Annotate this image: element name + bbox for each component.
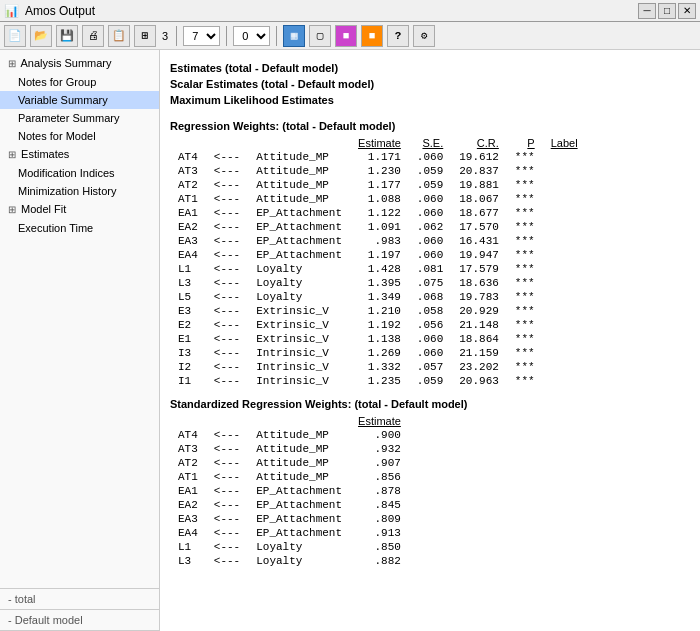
cell-var: AT2 — [170, 456, 206, 470]
cell-factor: Loyalty — [248, 262, 350, 276]
cell-factor: EP_Attachment — [248, 498, 350, 512]
table-row: AT1 <--- Attitude_MP .856 — [170, 470, 409, 484]
cell-var: E1 — [170, 332, 206, 346]
col-cr: C.R. — [451, 136, 507, 150]
maximize-button[interactable]: □ — [658, 3, 676, 19]
separator3 — [276, 26, 277, 46]
close-button[interactable]: ✕ — [678, 3, 696, 19]
cell-dir: <--- — [206, 346, 248, 360]
box-icon-button[interactable]: ▢ — [309, 25, 331, 47]
sidebar-item-model-fit[interactable]: ⊞ Model Fit — [0, 200, 159, 219]
cell-se: .062 — [409, 220, 451, 234]
print-button[interactable]: 🖨 — [82, 25, 104, 47]
cell-estimate: 1.192 — [350, 318, 409, 332]
settings-icon-button[interactable]: ⚙ — [413, 25, 435, 47]
main-header: Estimates (total - Default model) — [170, 62, 690, 74]
cell-var: I2 — [170, 360, 206, 374]
cell-p: *** — [507, 346, 543, 360]
sidebar-item-minimization-history[interactable]: Minimization History — [0, 182, 159, 200]
cell-label — [543, 220, 586, 234]
cell-se: .068 — [409, 290, 451, 304]
cell-label — [543, 248, 586, 262]
cell-label — [543, 262, 586, 276]
cell-factor: Attitude_MP — [248, 192, 350, 206]
scalar-header: Scalar Estimates (total - Default model) — [170, 78, 690, 90]
cell-var: E2 — [170, 318, 206, 332]
cell-estimate: .907 — [350, 456, 409, 470]
cell-factor: Intrinsic_V — [248, 360, 350, 374]
orange-box-button[interactable]: ■ — [361, 25, 383, 47]
cell-p: *** — [507, 304, 543, 318]
cell-cr: 18.864 — [451, 332, 507, 346]
dropdown1[interactable]: 7 — [183, 26, 220, 46]
cell-p: *** — [507, 150, 543, 164]
save-button[interactable]: 💾 — [56, 25, 78, 47]
cell-dir: <--- — [206, 456, 248, 470]
cell-factor: Extrinsic_V — [248, 332, 350, 346]
table-row: I1 <--- Intrinsic_V 1.235 .059 20.963 **… — [170, 374, 586, 388]
grid-icon-button[interactable]: ▦ — [283, 25, 305, 47]
toolbar-btn6[interactable]: ⊞ — [134, 25, 156, 47]
expand-icon-3: ⊞ — [8, 204, 16, 215]
cell-dir: <--- — [206, 304, 248, 318]
copy-button[interactable]: 📋 — [108, 25, 130, 47]
minimize-button[interactable]: ─ — [638, 3, 656, 19]
table-row: E2 <--- Extrinsic_V 1.192 .056 21.148 **… — [170, 318, 586, 332]
cell-dir: <--- — [206, 150, 248, 164]
col-dir — [206, 136, 248, 150]
regression-weights-table: Estimate S.E. C.R. P Label AT4 <--- Atti… — [170, 136, 586, 388]
table-row: L3 <--- Loyalty .882 — [170, 554, 409, 568]
sidebar-item-parameter-summary[interactable]: Parameter Summary — [0, 109, 159, 127]
table-row: AT1 <--- Attitude_MP 1.088 .060 18.067 *… — [170, 192, 586, 206]
sidebar-item-notes-for-group[interactable]: Notes for Group — [0, 73, 159, 91]
expand-icon: ⊞ — [8, 58, 16, 69]
cell-label — [543, 178, 586, 192]
sidebar-item-analysis-summary[interactable]: ⊞ Analysis Summary — [0, 54, 159, 73]
window-title: Amos Output — [25, 4, 95, 18]
cell-estimate: 1.088 — [350, 192, 409, 206]
cell-p: *** — [507, 374, 543, 388]
purple-box-button[interactable]: ■ — [335, 25, 357, 47]
cell-cr: 17.570 — [451, 220, 507, 234]
dropdown2[interactable]: 0 — [233, 26, 270, 46]
open-button[interactable]: 📂 — [30, 25, 52, 47]
separator1 — [176, 26, 177, 46]
table-row: AT4 <--- Attitude_MP .900 — [170, 428, 409, 442]
table-row: EA2 <--- EP_Attachment 1.091 .062 17.570… — [170, 220, 586, 234]
cell-estimate: 1.138 — [350, 332, 409, 346]
sidebar-item-notes-for-model[interactable]: Notes for Model — [0, 127, 159, 145]
cell-p: *** — [507, 332, 543, 346]
cell-label — [543, 290, 586, 304]
cell-estimate: 1.349 — [350, 290, 409, 304]
cell-dir: <--- — [206, 262, 248, 276]
cell-se: .059 — [409, 164, 451, 178]
cell-estimate: .856 — [350, 470, 409, 484]
cell-se: .058 — [409, 304, 451, 318]
cell-dir: <--- — [206, 540, 248, 554]
table-row: E1 <--- Extrinsic_V 1.138 .060 18.864 **… — [170, 332, 586, 346]
help-button[interactable]: ? — [387, 25, 409, 47]
sidebar-item-estimates[interactable]: ⊞ Estimates — [0, 145, 159, 164]
cell-cr: 19.783 — [451, 290, 507, 304]
cell-estimate: 1.230 — [350, 164, 409, 178]
cell-dir: <--- — [206, 178, 248, 192]
cell-estimate: 1.332 — [350, 360, 409, 374]
cell-dir: <--- — [206, 276, 248, 290]
footer-group: - total — [0, 589, 159, 610]
sidebar-item-modification-indices[interactable]: Modification Indices — [0, 164, 159, 182]
counter-label: 3 — [162, 30, 168, 42]
sidebar-item-execution-time[interactable]: Execution Time — [0, 219, 159, 237]
cell-factor: EP_Attachment — [248, 248, 350, 262]
cell-cr: 20.837 — [451, 164, 507, 178]
sidebar: ⊞ Analysis Summary Notes for Group Varia… — [0, 50, 160, 631]
new-button[interactable]: 📄 — [4, 25, 26, 47]
sidebar-item-variable-summary[interactable]: Variable Summary — [0, 91, 159, 109]
cell-estimate: .900 — [350, 428, 409, 442]
cell-dir: <--- — [206, 248, 248, 262]
cell-p: *** — [507, 318, 543, 332]
window-controls[interactable]: ─ □ ✕ — [638, 3, 696, 19]
cell-label — [543, 276, 586, 290]
cell-factor: Intrinsic_V — [248, 346, 350, 360]
cell-label — [543, 318, 586, 332]
cell-dir: <--- — [206, 554, 248, 568]
